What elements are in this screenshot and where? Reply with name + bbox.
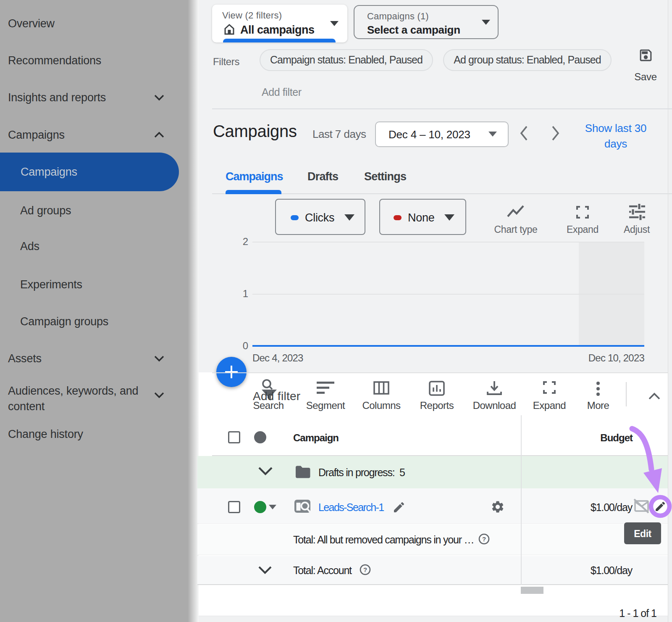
svg-text:?: ? [363,566,367,573]
svg-text:?: ? [482,535,486,543]
